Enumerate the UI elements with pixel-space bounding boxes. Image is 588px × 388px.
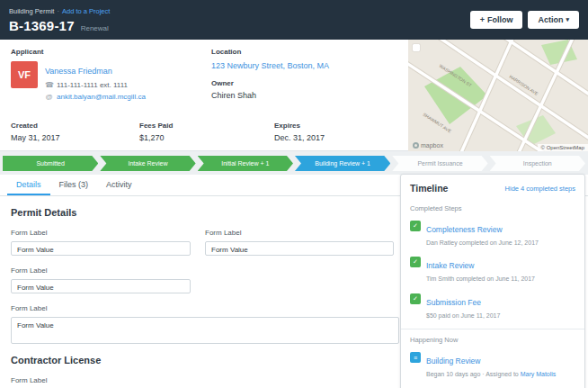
action-button[interactable]: Action ▾: [528, 11, 579, 29]
follow-button[interactable]: + Follow: [470, 11, 523, 29]
header-actions: + Follow Action ▾: [470, 11, 579, 29]
mapbox-logo-text: mapbox: [421, 142, 443, 149]
header-bar: Building Permit·Add to a Project B-1369-…: [0, 0, 588, 40]
mapbox-logo: mapbox: [413, 142, 443, 149]
created-value: May 31, 2017: [11, 133, 139, 142]
timeline-item-link[interactable]: Submission Fee: [426, 298, 481, 307]
mapbox-logo-mark: [413, 142, 419, 149]
address-link[interactable]: 123 Newbury Street, Boston, MA: [211, 61, 329, 70]
step-initial-review[interactable]: Initial Review + 1: [198, 156, 293, 171]
step-inspection[interactable]: Inspection: [490, 156, 585, 171]
timeline-item-subtitle: Dan Ratley completed on June 12, 2017: [426, 239, 539, 247]
form-field: Form Label Form Value: [205, 229, 394, 256]
timeline-item-building-review: ≡ Building Review Began 10 days ago · As…: [401, 347, 584, 383]
form-field-label: Form Label: [11, 304, 392, 312]
timeline-subtitle-text: Began 10 days ago · Assigned to: [426, 371, 521, 377]
form-field-label: Form Label: [11, 376, 392, 384]
form-field: Form Label Form Value: [11, 266, 392, 293]
created-label: Created: [11, 122, 139, 130]
timeline-item-intake-review: ✓ Intake Review Tim Smith completed on J…: [401, 251, 584, 287]
step-intake-review[interactable]: Intake Review: [100, 156, 195, 171]
fees-paid-label: Fees Paid: [139, 122, 274, 130]
tab-files[interactable]: Files (3): [50, 175, 98, 195]
form-field: Form Label Form Value: [11, 304, 392, 344]
action-button-label: Action: [538, 15, 563, 24]
timeline-item-link[interactable]: Building Review: [426, 356, 480, 365]
owner-label: Owner: [211, 79, 329, 87]
tab-details[interactable]: Details: [7, 175, 50, 195]
meta-created: Created May 31, 2017: [11, 122, 139, 142]
owner-name: Chiren Shah: [211, 91, 329, 100]
breadcrumb-separator: ·: [57, 7, 59, 15]
form-field-value[interactable]: Form Value: [11, 279, 191, 293]
check-icon: ✓: [410, 293, 421, 304]
timeline-item-subtitle: Tim Smith completed on June 11, 2017: [426, 275, 535, 283]
applicant-block: Applicant VF Vanessa Friedman ☎ 111-111-…: [11, 48, 146, 101]
location-block: Location 123 Newbury Street, Boston, MA …: [211, 48, 329, 100]
step-permit-issuance[interactable]: Permit Issuance: [392, 156, 487, 171]
chevron-down-icon: ▾: [566, 16, 569, 23]
breadcrumb: Building Permit·Add to a Project: [9, 7, 110, 15]
form-field-value[interactable]: Form Value: [11, 241, 191, 256]
map-canvas: WASHINGTON ST HARRISON AVE SHAWMUT AVE: [408, 40, 588, 151]
form-field-value[interactable]: Form Value: [11, 317, 399, 344]
completed-steps-heading: Completed Steps: [401, 198, 584, 215]
step-building-review[interactable]: Building Review + 1: [295, 156, 390, 171]
assignee-link[interactable]: Mary Matolis: [521, 371, 557, 377]
phone-icon: ☎: [45, 81, 53, 89]
plus-icon: +: [480, 15, 485, 24]
section-title-contractor-license: Contractor License: [11, 355, 392, 365]
details-panel: Permit Details Form Label Form Value For…: [0, 196, 403, 388]
step-label: Inspection: [523, 160, 552, 167]
page-title: B-1369-17: [9, 18, 75, 33]
follow-button-label: Follow: [487, 15, 513, 24]
timeline-item-subtitle: Began 10 days ago · Assigned to Mary Mat…: [426, 370, 556, 378]
form-field: Form Label Form Value: [11, 229, 191, 256]
map-attribution: © OpenStreetMap: [538, 144, 588, 151]
record-type-label: Building Permit: [9, 7, 54, 15]
timeline-item-link[interactable]: Intake Review: [426, 261, 474, 270]
form-field-label: Form Label: [205, 229, 394, 237]
timeline-panel: Timeline Hide 4 completed steps Complete…: [400, 174, 585, 388]
happening-now-heading: Happening Now: [401, 329, 584, 347]
section-title-permit-details: Permit Details: [11, 207, 392, 218]
check-icon: ✓: [410, 257, 421, 267]
timeline-title: Timeline: [410, 183, 448, 194]
expires-label: Expires: [274, 122, 325, 130]
step-label: Submitted: [36, 160, 65, 167]
tab-activity[interactable]: Activity: [97, 175, 141, 195]
record-meta-row: Created May 31, 2017 Fees Paid $1,270 Ex…: [11, 122, 325, 142]
check-icon: ✓: [410, 221, 421, 231]
meta-fees-paid: Fees Paid $1,270: [139, 122, 274, 142]
map-control[interactable]: [413, 44, 420, 51]
header-left: Building Permit·Add to a Project B-1369-…: [9, 7, 110, 33]
timeline-item-link[interactable]: Completeness Review: [426, 225, 503, 234]
step-label: Intake Review: [129, 160, 168, 167]
record-summary-card: Applicant VF Vanessa Friedman ☎ 111-111-…: [0, 40, 588, 151]
meta-expires: Expires Dec. 31, 2017: [274, 122, 325, 142]
hide-completed-steps-link[interactable]: Hide 4 completed steps: [505, 185, 575, 193]
avatar: VF: [11, 61, 38, 88]
timeline-item-fire-review: ≡ Fire Review Began 4 days ago · Assigne…: [401, 383, 584, 388]
add-to-project-link[interactable]: Add to a Project: [62, 7, 110, 15]
location-map[interactable]: WASHINGTON ST HARRISON AVE SHAWMUT AVE m…: [408, 40, 588, 151]
workflow-stepper: Submitted Intake Review Initial Review +…: [3, 156, 585, 171]
timeline-item-submission-fee: ✓ Submission Fee $50 paid on June 11, 20…: [401, 288, 584, 324]
form-field-label: Form Label: [11, 229, 191, 237]
applicant-label: Applicant: [11, 48, 146, 56]
step-label: Initial Review + 1: [221, 160, 269, 167]
applicant-name-link[interactable]: Vanessa Friedman: [45, 67, 112, 76]
form-field-label: Form Label: [11, 266, 392, 275]
timeline-item-completeness-review: ✓ Completeness Review Dan Ratley complet…: [401, 215, 584, 251]
permit-subtype-label: Renewal: [81, 24, 109, 32]
location-label: Location: [211, 48, 329, 56]
expires-value: Dec. 31, 2017: [274, 133, 325, 142]
timeline-item-subtitle: $50 paid on June 11, 2017: [426, 311, 500, 320]
form-field: Form Label Form Value: [11, 376, 392, 388]
fees-paid-value: $1,270: [139, 133, 274, 142]
step-submitted[interactable]: Submitted: [3, 156, 98, 171]
applicant-phone: 111-111-1111 ext. 1111: [57, 81, 128, 89]
applicant-email-link[interactable]: ankit.balyan@mail.mcgill.ca: [57, 93, 146, 101]
document-icon: ≡: [410, 352, 421, 363]
form-field-value[interactable]: Form Value: [205, 241, 394, 256]
